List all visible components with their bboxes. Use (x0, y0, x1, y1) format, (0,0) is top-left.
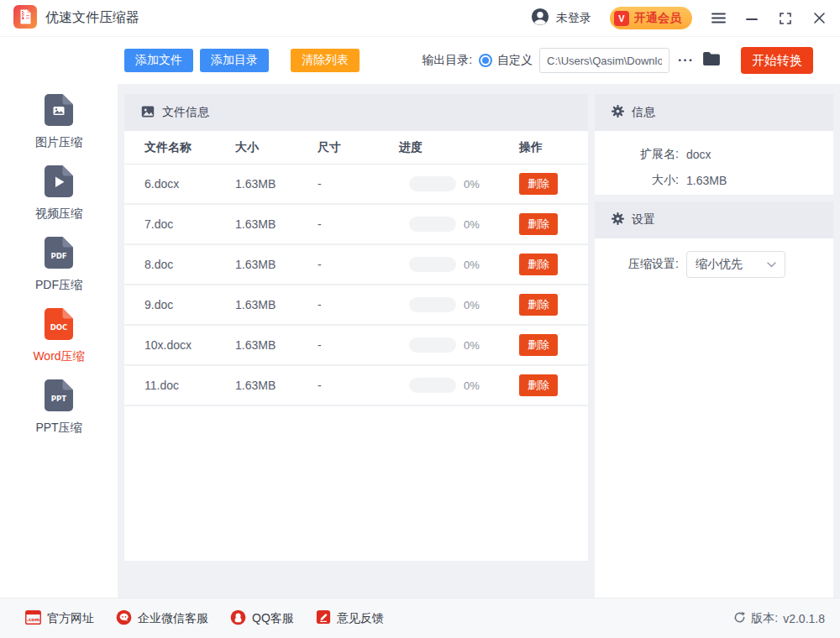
sidebar-item-label: 视频压缩 (35, 207, 82, 222)
sidebar-item-pdf-compress[interactable]: PDF PDF压缩 (0, 237, 118, 308)
compress-mode-select[interactable]: 缩小优先 (686, 251, 785, 278)
app-logo-icon (13, 5, 37, 32)
delete-button[interactable]: 删除 (519, 374, 558, 396)
progress-bar (409, 297, 456, 312)
sidebar-item-video-compress[interactable]: 视频压缩 (0, 165, 118, 237)
table-row: 7.doc 1.63MB - 0% 删除 (124, 205, 588, 245)
qq-service-icon (230, 609, 246, 628)
video-file-icon (45, 165, 73, 201)
wechat-service-icon (116, 609, 132, 628)
progress-percent: 0% (464, 339, 480, 352)
delete-button[interactable]: 删除 (519, 254, 558, 275)
doc-file-icon: DOC (45, 308, 73, 343)
file-size: 1.63MB (235, 258, 318, 271)
browse-more-button[interactable]: ··· (676, 53, 696, 68)
settings-panel: 设置 压缩设置: 缩小优先 (595, 201, 833, 598)
maximize-button[interactable] (778, 11, 793, 26)
wechat-service-link[interactable]: 企业微信客服 (116, 609, 208, 628)
titlebar: 优速文件压缩器 未登录 V 开通会员 (0, 0, 840, 37)
info-field-size: 大小: 1.63MB (595, 167, 833, 193)
file-panel-header: 文件信息 (124, 94, 588, 131)
column-header-size: 大小 (235, 140, 318, 155)
file-name: 6.docx (144, 177, 235, 191)
file-info-icon (141, 105, 155, 121)
file-size: 1.63MB (235, 338, 318, 352)
file-dimension: - (318, 177, 399, 191)
sidebar-item-word-compress[interactable]: DOC Word压缩 (0, 308, 118, 379)
column-header-progress: 进度 (399, 140, 519, 155)
open-folder-icon[interactable] (702, 51, 721, 70)
gear-icon (612, 105, 624, 120)
delete-button[interactable]: 删除 (519, 173, 558, 195)
delete-button[interactable]: 删除 (519, 294, 558, 316)
official-website-link[interactable]: .com 官方网址 (25, 610, 94, 627)
column-header-dimension: 尺寸 (318, 140, 399, 155)
sidebar-item-label: PDF压缩 (35, 278, 82, 293)
qq-service-link[interactable]: QQ客服 (230, 609, 294, 628)
file-size: 1.63MB (235, 177, 318, 191)
progress-percent: 0% (464, 259, 480, 271)
file-name: 10x.docx (144, 338, 235, 352)
version-area: 版本: v2.0.1.8 (733, 611, 825, 626)
app-identity: 优速文件压缩器 (13, 5, 139, 32)
toolbar: 添加文件 添加目录 清除列表 输出目录: 自定义 ··· 开始转换 (118, 37, 840, 84)
sidebar-item-label: 图片压缩 (35, 135, 82, 150)
sidebar-item-image-compress[interactable]: 图片压缩 (0, 94, 118, 165)
minimize-button[interactable] (744, 11, 759, 26)
progress-bar (409, 257, 456, 272)
custom-radio-label: 自定义 (497, 53, 533, 68)
field-value: 1.63MB (686, 174, 727, 187)
close-button[interactable] (811, 11, 827, 26)
field-label: 扩展名: (595, 147, 679, 162)
svg-text:DOC: DOC (50, 323, 68, 332)
file-size: 1.63MB (235, 217, 318, 231)
info-field-extension: 扩展名: docx (595, 141, 833, 167)
file-name: 9.doc (144, 298, 235, 311)
progress-bar (409, 378, 456, 393)
table-row: 9.doc 1.63MB - 0% 删除 (124, 285, 588, 326)
file-name: 8.doc (144, 258, 235, 271)
sidebar-item-label: PPT压缩 (35, 421, 81, 436)
table-header: 文件名称 大小 尺寸 进度 操作 (124, 131, 588, 165)
file-size: 1.63MB (235, 298, 318, 311)
delete-button[interactable]: 删除 (519, 334, 558, 356)
feedback-icon (316, 609, 331, 627)
output-dir-label: 输出目录: (422, 53, 472, 68)
compress-setting-label: 压缩设置: (595, 257, 679, 272)
start-convert-button[interactable]: 开始转换 (741, 47, 813, 74)
info-panel: 信息 扩展名: docx 大小: 1.63MB (595, 94, 833, 195)
pdf-file-icon: PDF (45, 237, 73, 272)
gear-icon (612, 212, 624, 227)
custom-radio[interactable] (479, 54, 492, 67)
progress-bar (409, 217, 456, 232)
update-refresh-icon[interactable] (733, 611, 746, 626)
compress-mode-value: 缩小优先 (696, 257, 743, 272)
footer: .com 官方网址 企业微信客服 QQ客服 (0, 598, 840, 638)
file-panel-title: 文件信息 (162, 105, 209, 120)
sidebar-item-ppt-compress[interactable]: PPT PPT压缩 (0, 379, 118, 451)
info-panel-title: 信息 (632, 105, 655, 120)
output-path-input[interactable] (539, 48, 669, 73)
table-row: 11.doc 1.63MB - 0% 删除 (124, 366, 588, 406)
svg-text:PPT: PPT (51, 395, 66, 403)
open-vip-button[interactable]: V 开通会员 (610, 7, 692, 29)
chevron-down-icon (767, 262, 776, 268)
feedback-link[interactable]: 意见反馈 (316, 609, 384, 627)
column-header-name: 文件名称 (144, 140, 235, 155)
footer-link-label: 官方网址 (47, 611, 94, 626)
user-avatar-icon (531, 8, 549, 29)
file-dimension: - (318, 379, 399, 392)
clear-list-button[interactable]: 清除列表 (291, 49, 360, 72)
menu-button[interactable] (711, 11, 726, 26)
add-directory-button[interactable]: 添加目录 (200, 49, 269, 72)
login-area[interactable]: 未登录 (531, 8, 591, 29)
login-status: 未登录 (556, 11, 591, 26)
delete-button[interactable]: 删除 (519, 213, 558, 235)
add-file-button[interactable]: 添加文件 (124, 49, 193, 72)
image-file-icon (45, 94, 73, 129)
table-row: 6.docx 1.63MB - 0% 删除 (124, 165, 588, 205)
file-dimension: - (318, 298, 399, 311)
footer-link-label: 意见反馈 (337, 611, 384, 626)
svg-text:PDF: PDF (50, 252, 66, 260)
website-icon: .com (25, 610, 41, 627)
